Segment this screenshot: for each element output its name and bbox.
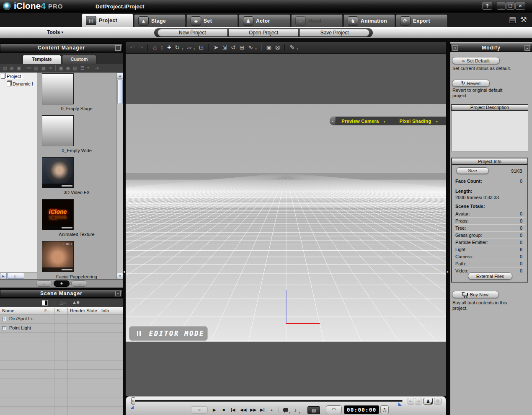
speech-clip-icon[interactable] [283, 408, 288, 412]
restore-button[interactable]: ❒ [506, 2, 515, 10]
table-row-point-light[interactable]: + Point Light [0, 324, 123, 333]
render-preview-button[interactable]: ◠ [326, 405, 342, 414]
shading-menu[interactable]: Pixel Shading ▾ [391, 119, 447, 124]
panel-menu-icon[interactable]: ▾ [452, 45, 458, 51]
go-to-start-button[interactable]: |◀ [231, 407, 235, 412]
column-f[interactable]: F... [42, 308, 54, 314]
panel-minimize-icon[interactable]: − [115, 45, 121, 51]
avatar-track-button[interactable]: ♟ [424, 398, 433, 405]
tree-item-project[interactable]: Project [1, 74, 23, 79]
timeline-editor-button[interactable]: ▤ [307, 406, 320, 414]
go-to-end-button[interactable]: ▶| [260, 407, 265, 412]
timeline-track[interactable] [132, 400, 403, 402]
bar-expand-icon[interactable]: ▸ [330, 117, 336, 125]
chevron-down-icon[interactable]: ▾ [194, 47, 195, 51]
tab-stage[interactable]: ▲ Stage [134, 14, 186, 27]
help-button[interactable]: ? [482, 2, 492, 10]
nav-forward-button[interactable]: → [71, 280, 87, 287]
preview-icon[interactable]: ▧ [73, 65, 77, 71]
tab-animation[interactable]: ♞ Animation [343, 14, 395, 27]
horizontal-scrollbar[interactable]: ◀ ||| ▶ [0, 272, 37, 279]
pan-vertical-icon[interactable]: ↕ [160, 44, 163, 51]
timeline-handle[interactable]: 0 [131, 397, 135, 405]
snapshot-icon[interactable]: ◉ [66, 65, 70, 71]
column-info[interactable]: Info [99, 308, 123, 314]
revert-button[interactable]: ↻ Revert [452, 80, 490, 87]
scroll-right-icon[interactable]: ▶ [0, 273, 7, 279]
buy-now-button[interactable]: Buy Now [452, 291, 499, 298]
column-render-state[interactable]: Render State [67, 308, 99, 314]
scroll-up-icon[interactable]: ▲ [117, 73, 123, 79]
brush-tool-icon[interactable]: ✎ [290, 44, 295, 51]
rotate-gizmo-icon[interactable]: ↺ [231, 44, 236, 51]
new-folder-icon[interactable]: ▤ [3, 65, 7, 71]
move-tool-icon[interactable]: + [167, 44, 171, 51]
panel-minimize-icon[interactable]: − [115, 291, 121, 296]
folder-properties-icon[interactable]: ▣ [17, 65, 21, 71]
record-pen-button[interactable]: ✒ [191, 406, 208, 414]
home-view-icon[interactable]: ⌂ [153, 44, 156, 51]
render-region-icon[interactable]: ⊠ [275, 44, 280, 51]
prev-frame-button[interactable]: ⇤ [408, 398, 414, 405]
tab-actor[interactable]: ♟ Actor [239, 14, 290, 27]
expand-icon[interactable]: + [2, 317, 6, 321]
cut-icon[interactable]: ✂ [27, 65, 31, 71]
orbit-tool-icon[interactable]: ↻ [175, 44, 180, 51]
camera-view-icon[interactable]: ◉ [266, 44, 271, 51]
tab-custom[interactable]: Custom [62, 55, 96, 64]
range-end-marker[interactable] [398, 402, 402, 406]
frame-all-icon[interactable]: ⊡ [199, 44, 204, 51]
loop-toggle-icon[interactable]: ◔ [270, 407, 273, 413]
translate-gizmo-icon[interactable]: ⇲ [222, 44, 227, 51]
thumbnail-animated-texture[interactable]: iClone iClone [42, 199, 74, 230]
next-frame-button[interactable]: ⇥ [415, 398, 421, 405]
fast-forward-button[interactable]: ▶▶ [250, 407, 256, 412]
collapse-right-panel-icon[interactable]: ▸ [446, 267, 449, 276]
thumbnail-empty-wide[interactable] [42, 115, 74, 146]
tab-export[interactable]: ⟳ Export [396, 14, 447, 27]
table-row-dir-spot-light[interactable]: + Dir./Spot Li... [0, 314, 123, 324]
add-content-button[interactable]: + [54, 280, 70, 287]
chevron-down-icon[interactable]: ▾ [182, 47, 183, 51]
tools-menu[interactable]: Tools ▾ [47, 29, 63, 35]
thumbnail-empty-stage[interactable] [42, 73, 74, 104]
minimize-button[interactable]: _ [497, 2, 506, 10]
project-description-box[interactable] [451, 111, 528, 151]
save-icon[interactable]: ▣ [59, 65, 63, 71]
list-view-icon[interactable]: ☰ [80, 65, 85, 71]
clock-icon[interactable]: ◷ [380, 405, 389, 414]
thumbnail-facial-puppeteering[interactable]: [ REC ] [42, 241, 74, 272]
scrollbar-thumb[interactable] [117, 80, 123, 104]
vertical-scrollbar[interactable]: ▲ ▼ [116, 73, 123, 279]
chevron-down-icon[interactable]: ▾ [297, 47, 298, 51]
new-project-button[interactable]: New Project [158, 29, 227, 36]
column-s[interactable]: S... [54, 308, 67, 314]
tree-item-dynamic[interactable]: Dynamic I [7, 81, 33, 86]
nav-back-button[interactable]: ← [36, 280, 52, 287]
external-files-button[interactable]: External Files [468, 272, 512, 280]
camera-menu[interactable]: Preview Camera ▾ [336, 119, 391, 124]
delete-icon[interactable]: ✕ [49, 65, 52, 71]
save-project-button[interactable]: Save Project [300, 29, 369, 36]
play-button[interactable]: ▶ [213, 407, 216, 412]
tab-set[interactable]: ◈ Set [186, 14, 238, 27]
collapse-left-panel-icon[interactable]: ◂ [122, 267, 126, 276]
expand-icon[interactable]: + [2, 326, 6, 330]
tab-project[interactable]: ▤ Project [82, 13, 133, 27]
tab-template[interactable]: Template [23, 55, 61, 64]
chevron-down-icon[interactable]: ▾ [299, 411, 300, 414]
thumbnail-3d-video-fx[interactable] [42, 157, 74, 188]
scale-gizmo-icon[interactable]: ⊞ [240, 44, 245, 51]
scrollbar-thumb[interactable]: ||| [8, 273, 24, 279]
export-folder-icon[interactable]: ➔ [95, 65, 99, 71]
chevron-down-icon[interactable]: ▾ [289, 411, 290, 414]
column-name[interactable]: Name [0, 308, 42, 314]
visibility-toggle-icon[interactable] [42, 300, 48, 306]
delete-folder-icon[interactable]: ⊠ [10, 65, 13, 71]
stop-button[interactable]: ■ [222, 407, 225, 412]
motion-tool-icon[interactable]: ∿ [248, 44, 253, 51]
content-store-icon[interactable]: ▤ [509, 15, 516, 24]
paste-icon[interactable]: ▦ [41, 65, 46, 71]
select-visible-icon[interactable]: ▲■ [72, 300, 80, 305]
face-camera-icon[interactable]: ▱ [187, 44, 192, 51]
